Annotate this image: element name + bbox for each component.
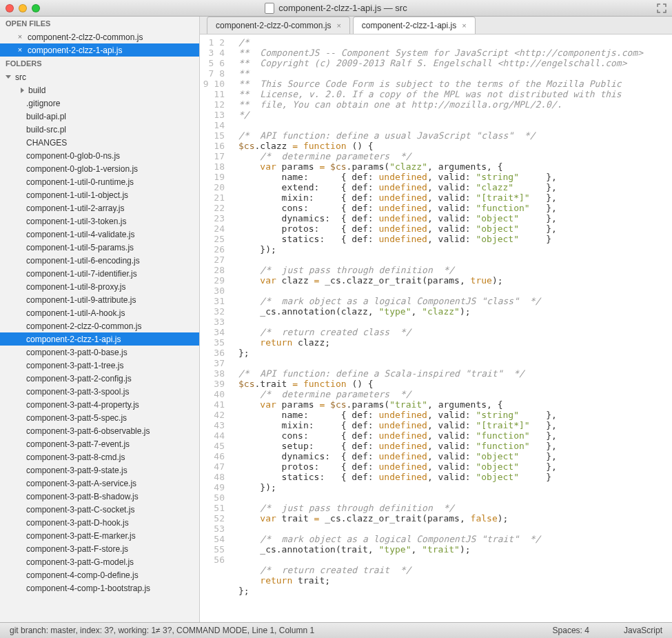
file-item[interactable]: component-3-patt-7-event.js [0, 437, 199, 450]
file-item[interactable]: component-0-glob-0-ns.js [0, 149, 199, 162]
status-left: git branch: master, index: 3?, working: … [10, 626, 314, 635]
file-item[interactable]: component-1-util-5-params.js [0, 241, 199, 254]
file-item[interactable]: .gitignore [0, 97, 199, 110]
file-item[interactable]: build-api.pl [0, 110, 199, 123]
close-tab-icon[interactable]: × [336, 21, 340, 30]
file-item[interactable]: component-0-glob-1-version.js [0, 162, 199, 175]
file-item[interactable]: component-1-util-0-runtime.js [0, 175, 199, 188]
file-item[interactable]: component-3-patt-D-hook.js [0, 516, 199, 529]
file-item[interactable]: CHANGES [0, 136, 199, 149]
file-item[interactable]: component-3-patt-5-spec.js [0, 411, 199, 424]
close-icon[interactable] [6, 4, 14, 12]
sidebar: OPEN FILES ×component-2-clzz-0-common.js… [0, 17, 200, 622]
file-item[interactable]: component-1-util-A-hook.js [0, 306, 199, 319]
close-tab-icon[interactable]: × [462, 21, 466, 30]
file-name: component-2-clzz-0-common.js [28, 32, 143, 42]
chevron-right-icon [21, 88, 24, 93]
folders-header: FOLDERS [0, 57, 199, 70]
status-bar: git branch: master, index: 3?, working: … [0, 622, 672, 638]
open-file-item[interactable]: ×component-2-clzz-1-api.js [0, 43, 199, 57]
code-content[interactable]: /* ** ComponentJS -- Component System fo… [230, 34, 672, 622]
file-item[interactable]: component-3-patt-6-observable.js [0, 424, 199, 437]
close-file-icon[interactable]: × [17, 33, 23, 41]
file-name: component-2-clzz-1-api.js [28, 46, 122, 55]
file-item[interactable]: component-4-comp-0-define.js [0, 568, 199, 581]
zoom-icon[interactable] [32, 4, 40, 12]
file-item[interactable]: component-2-clzz-1-api.js [0, 332, 199, 346]
file-item[interactable]: component-1-util-1-object.js [0, 188, 199, 201]
tab-bar: component-2-clzz-0-common.js×component-2… [200, 17, 672, 34]
file-item[interactable]: component-3-patt-1-tree.js [0, 359, 199, 372]
file-item[interactable]: component-4-comp-1-bootstrap.js [0, 581, 199, 595]
open-files-header: OPEN FILES [0, 17, 199, 30]
file-item[interactable]: component-1-util-7-identifier.js [0, 267, 199, 280]
file-item[interactable]: component-3-patt-F-store.js [0, 542, 199, 555]
status-spaces[interactable]: Spaces: 4 [553, 626, 589, 635]
file-item[interactable]: component-1-util-3-token.js [0, 215, 199, 228]
folder-label: src [15, 72, 26, 82]
file-item[interactable]: build-src.pl [0, 123, 199, 136]
file-item[interactable]: component-1-util-4-validate.js [0, 228, 199, 241]
file-item[interactable]: component-3-patt-2-config.js [0, 372, 199, 385]
file-item[interactable]: component-3-patt-C-socket.js [0, 503, 199, 516]
tab-label: component-2-clzz-1-api.js [362, 21, 456, 30]
line-gutter: 1 2 3 4 5 6 7 8 9 10 11 12 13 14 15 16 1… [200, 34, 230, 622]
minimize-icon[interactable] [19, 4, 27, 12]
file-item[interactable]: component-3-patt-8-cmd.js [0, 450, 199, 463]
folder-label: build [28, 86, 45, 95]
editor-tab[interactable]: component-2-clzz-0-common.js× [207, 17, 350, 34]
window-controls [6, 4, 40, 12]
file-item[interactable]: component-1-util-2-array.js [0, 201, 199, 215]
folder-root[interactable]: src [0, 70, 199, 83]
titlebar: component-2-clzz-1-api.js — src [0, 0, 672, 17]
file-item[interactable]: component-1-util-9-attribute.js [0, 293, 199, 306]
chevron-down-icon [6, 75, 11, 79]
code-editor[interactable]: 1 2 3 4 5 6 7 8 9 10 11 12 13 14 15 16 1… [200, 34, 672, 622]
file-item[interactable]: component-3-patt-9-state.js [0, 463, 199, 477]
window-title: component-2-clzz-1-api.js — src [278, 3, 407, 13]
file-item[interactable]: component-3-patt-3-spool.js [0, 385, 199, 398]
document-icon [265, 3, 274, 14]
open-file-item[interactable]: ×component-2-clzz-0-common.js [0, 30, 199, 43]
file-item[interactable]: component-3-patt-A-service.js [0, 477, 199, 490]
file-item[interactable]: component-2-clzz-0-common.js [0, 319, 199, 332]
file-item[interactable]: component-3-patt-B-shadow.js [0, 490, 199, 503]
file-item[interactable]: component-3-patt-E-marker.js [0, 529, 199, 542]
folder-build[interactable]: build [0, 83, 199, 97]
status-language[interactable]: JavaScript [624, 626, 662, 635]
file-item[interactable]: component-3-patt-G-model.js [0, 555, 199, 568]
file-item[interactable]: component-3-patt-0-base.js [0, 346, 199, 359]
editor-tab[interactable]: component-2-clzz-1-api.js× [353, 17, 476, 34]
tab-label: component-2-clzz-0-common.js [216, 21, 331, 30]
file-item[interactable]: component-1-util-8-proxy.js [0, 280, 199, 293]
file-item[interactable]: component-1-util-6-encoding.js [0, 254, 199, 267]
expand-icon[interactable] [657, 3, 666, 13]
file-item[interactable]: component-3-patt-4-property.js [0, 398, 199, 411]
editor-area: component-2-clzz-0-common.js×component-2… [200, 17, 672, 622]
close-file-icon[interactable]: × [17, 46, 23, 54]
